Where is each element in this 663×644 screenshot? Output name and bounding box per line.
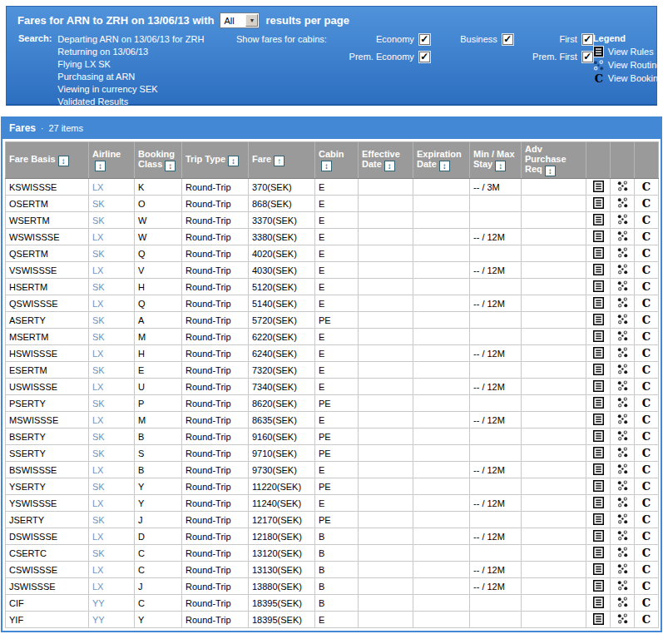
airline-link[interactable]: SK <box>92 249 105 259</box>
airline-link[interactable]: SK <box>92 365 105 375</box>
view-rules-icon[interactable] <box>593 547 604 558</box>
economy-checkbox[interactable]: ✓ <box>419 34 430 45</box>
view-routing-icon[interactable] <box>617 347 628 358</box>
airline-link[interactable]: LX <box>92 415 103 425</box>
prem-economy-checkbox[interactable]: ✓ <box>419 52 430 62</box>
airline-link[interactable]: LX <box>92 532 103 542</box>
airline-link[interactable]: SK <box>92 548 105 558</box>
view-rules-icon[interactable] <box>593 563 604 575</box>
view-rules-icon[interactable] <box>593 314 604 325</box>
view-routing-icon[interactable] <box>617 297 628 308</box>
airline-link[interactable]: LX <box>92 565 103 575</box>
view-rules-icon[interactable] <box>593 480 604 492</box>
view-booking-class-icon[interactable]: C <box>642 265 651 275</box>
airline-link[interactable]: LX <box>92 299 103 309</box>
first-checkbox[interactable]: ✓ <box>582 34 593 45</box>
view-booking-class-icon[interactable]: C <box>642 364 651 375</box>
airline-link[interactable]: SK <box>92 282 105 292</box>
view-routing-icon[interactable] <box>617 230 628 241</box>
view-booking-class-icon[interactable]: C <box>642 514 651 525</box>
sort-cabin-button[interactable]: ↕ <box>321 161 332 171</box>
airline-link[interactable]: SK <box>92 399 105 409</box>
airline-link[interactable]: SK <box>92 482 105 492</box>
airline-link[interactable]: SK <box>92 199 105 209</box>
view-booking-class-icon[interactable]: C <box>642 315 651 325</box>
view-routing-icon[interactable] <box>617 580 628 591</box>
airline-link[interactable]: LX <box>92 349 103 359</box>
airline-link[interactable]: LX <box>92 382 103 392</box>
airline-link[interactable]: LX <box>92 232 103 242</box>
airline-link[interactable]: LX <box>92 465 103 475</box>
view-rules-icon[interactable] <box>593 463 604 475</box>
view-rules-icon[interactable] <box>593 330 604 342</box>
view-booking-class-icon[interactable]: C <box>642 414 651 425</box>
view-routing-icon[interactable] <box>617 247 628 258</box>
view-rules-icon[interactable] <box>593 181 604 192</box>
view-routing-icon[interactable] <box>617 330 628 341</box>
view-routing-icon[interactable] <box>617 414 628 424</box>
view-rules-icon[interactable] <box>593 497 604 508</box>
sort-expiration-date-button[interactable]: ↕ <box>439 161 450 171</box>
view-booking-class-icon[interactable]: C <box>642 248 651 259</box>
view-booking-class-icon[interactable]: C <box>642 564 651 575</box>
sort-trip-type-button[interactable]: ↕ <box>228 156 239 166</box>
sort-adv-purchase-button[interactable]: ↕ <box>545 166 556 176</box>
view-routing-icon[interactable] <box>617 447 628 458</box>
view-rules-icon[interactable] <box>593 264 604 275</box>
airline-link[interactable]: SK <box>92 215 105 225</box>
view-routing-icon[interactable] <box>617 497 628 508</box>
view-booking-class-icon[interactable]: C <box>642 531 651 542</box>
view-routing-icon[interactable] <box>617 430 628 441</box>
sort-effective-date-button[interactable]: ↕ <box>384 161 395 171</box>
airline-link[interactable]: SK <box>92 515 105 525</box>
view-rules-icon[interactable] <box>593 230 604 242</box>
view-routing-icon[interactable] <box>617 597 628 607</box>
view-booking-class-icon[interactable]: C <box>642 331 651 342</box>
view-booking-class-icon[interactable]: C <box>642 231 651 242</box>
view-booking-class-icon[interactable]: C <box>642 464 651 475</box>
view-rules-icon[interactable] <box>593 530 604 542</box>
view-booking-class-icon[interactable]: C <box>642 215 651 225</box>
view-routing-icon[interactable] <box>617 530 628 541</box>
airline-link[interactable]: LX <box>92 498 103 508</box>
view-rules-icon[interactable] <box>593 597 604 608</box>
view-booking-class-icon[interactable]: C <box>642 498 651 508</box>
view-booking-class-icon[interactable]: C <box>642 581 651 592</box>
view-rules-icon[interactable] <box>593 430 604 442</box>
view-rules-icon[interactable] <box>593 214 604 225</box>
view-routing-icon[interactable] <box>617 197 628 208</box>
view-routing-icon[interactable] <box>617 380 628 391</box>
prem-first-checkbox[interactable]: ✓ <box>582 52 593 62</box>
view-booking-class-icon[interactable]: C <box>642 431 651 442</box>
view-routing-icon[interactable] <box>617 280 628 291</box>
view-booking-class-icon[interactable]: C <box>642 381 651 392</box>
view-rules-icon[interactable] <box>593 347 604 359</box>
view-booking-class-icon[interactable]: C <box>642 348 651 359</box>
view-routing-icon[interactable] <box>617 513 628 524</box>
view-booking-class-icon[interactable]: C <box>642 597 651 608</box>
view-routing-icon[interactable] <box>617 314 628 324</box>
results-per-page-select[interactable]: All ▼ <box>220 12 260 28</box>
view-routing-icon[interactable] <box>617 181 628 191</box>
sort-booking-class-button[interactable]: ↕ <box>165 161 176 171</box>
sort-airline-button[interactable]: ↕ <box>95 161 106 171</box>
view-booking-class-icon[interactable]: C <box>642 547 651 558</box>
chevron-down-icon[interactable]: ▼ <box>245 14 258 27</box>
sort-fare-button[interactable]: ↑ <box>274 156 284 166</box>
airline-link[interactable]: LX <box>92 182 103 192</box>
view-routing-icon[interactable] <box>617 264 628 275</box>
view-routing-icon[interactable] <box>617 547 628 557</box>
view-booking-class-icon[interactable]: C <box>642 481 651 492</box>
view-booking-class-icon[interactable]: C <box>642 198 651 209</box>
airline-link[interactable]: SK <box>92 448 105 458</box>
airline-link[interactable]: LX <box>92 582 103 592</box>
view-booking-class-icon[interactable]: C <box>642 448 651 458</box>
airline-link[interactable]: SK <box>92 332 105 342</box>
airline-link[interactable]: LX <box>92 265 103 275</box>
airline-link[interactable]: YY <box>92 598 105 608</box>
view-rules-icon[interactable] <box>593 613 604 625</box>
view-rules-icon[interactable] <box>593 297 604 309</box>
business-checkbox[interactable]: ✓ <box>502 34 513 45</box>
view-booking-class-icon[interactable]: C <box>642 281 651 292</box>
view-routing-icon[interactable] <box>617 613 628 624</box>
